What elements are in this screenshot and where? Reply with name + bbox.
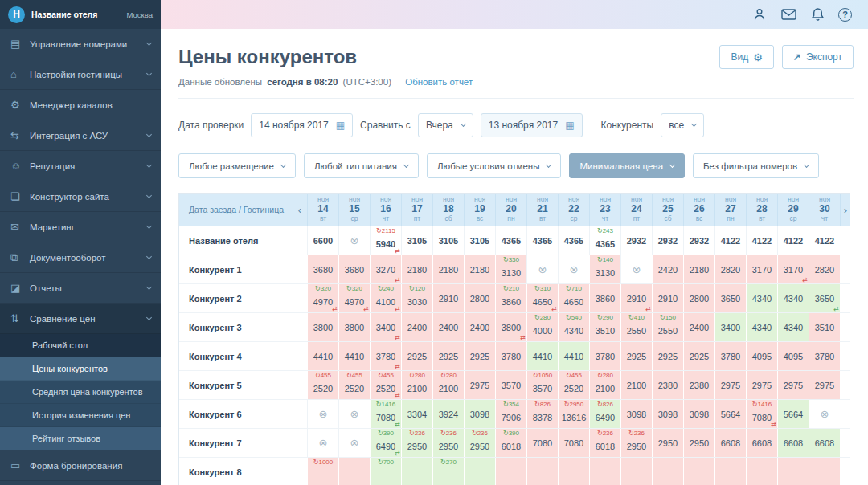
price-cell[interactable]: 4340 — [746, 313, 777, 341]
price-cell[interactable]: ⊗ — [307, 429, 338, 457]
price-cell[interactable]: 3098 — [464, 400, 495, 428]
price-cell[interactable]: 2180 — [432, 255, 464, 283]
price-cell[interactable]: 4340 — [777, 284, 809, 312]
price-cell[interactable]: 2950 — [683, 429, 714, 457]
price-cell[interactable]: ↻2802100 — [589, 371, 620, 399]
price-cell[interactable] — [809, 458, 840, 485]
price-cell[interactable] — [777, 458, 809, 485]
sidebar-item-rooms[interactable]: ▤Управление номерами — [0, 29, 161, 59]
filter-chip[interactable]: Минимальная цена — [569, 153, 685, 178]
sidebar-item-documents[interactable]: ⧉Документооборот — [0, 243, 161, 273]
price-cell[interactable]: 3510 — [809, 313, 840, 341]
price-cell[interactable] — [464, 458, 495, 485]
price-cell[interactable]: ↻10503570 — [526, 371, 558, 399]
price-cell[interactable]: 3780 — [809, 342, 840, 370]
sidebar-subitem[interactable]: Рабочий стол — [0, 334, 161, 357]
price-cell[interactable]: 3098 — [620, 400, 652, 428]
price-cell[interactable]: 6608 — [746, 429, 777, 457]
price-cell[interactable]: 3780 — [714, 342, 746, 370]
price-cell[interactable]: ⊗ — [307, 400, 338, 428]
sidebar-item-hotel-settings[interactable]: ⌂Настройки гостиницы — [0, 59, 161, 90]
price-cell[interactable]: 3780 — [589, 342, 620, 370]
price-cell[interactable]: 3098 — [683, 400, 714, 428]
price-cell[interactable] — [338, 458, 370, 485]
price-cell[interactable] — [714, 458, 746, 485]
price-cell[interactable]: 4340 — [746, 284, 777, 312]
price-cell[interactable]: 2420 — [652, 255, 683, 283]
price-cell[interactable]: ↻1203030 — [401, 284, 432, 312]
price-cell[interactable]: 3105 — [464, 226, 495, 255]
price-cell[interactable]: ↻2362950 — [464, 429, 495, 457]
price-cell[interactable]: ↻2804000 — [526, 313, 558, 341]
price-cell[interactable]: ↻2362950 — [401, 429, 432, 457]
price-cell[interactable]: ↻4552520 — [307, 371, 338, 399]
sidebar-item-site-builder[interactable]: ❏Конструктор сайта — [0, 181, 161, 212]
price-cell[interactable]: 4122 — [777, 226, 809, 255]
price-cell[interactable]: 3400 — [714, 313, 746, 341]
help-icon[interactable]: ? — [838, 8, 852, 22]
price-cell[interactable]: ↻2103860 — [495, 284, 526, 312]
scroll-right-arrow[interactable]: › — [840, 194, 850, 226]
price-cell[interactable]: ↻3906018 — [495, 429, 526, 457]
price-cell[interactable]: 2180 — [464, 255, 495, 283]
price-cell[interactable]: ↻14167080⇄ — [746, 400, 777, 428]
price-cell[interactable]: 2180 — [401, 255, 432, 283]
price-cell[interactable]: ⊗ — [809, 400, 840, 428]
price-cell[interactable]: 2925 — [652, 342, 683, 370]
price-cell[interactable]: 6600 — [307, 226, 338, 255]
price-cell[interactable]: 3800 — [307, 313, 338, 341]
export-button[interactable]: ↗ Экспорт — [782, 45, 854, 69]
price-cell[interactable]: 4095 — [777, 342, 809, 370]
price-cell[interactable]: 2400 — [432, 313, 464, 341]
price-cell[interactable]: 2925 — [683, 342, 714, 370]
price-cell[interactable]: ↻1502550 — [652, 313, 683, 341]
price-cell[interactable]: 2800 — [464, 284, 495, 312]
price-cell[interactable]: ↻3204970⇄ — [307, 284, 338, 312]
price-cell[interactable]: 2910 — [652, 284, 683, 312]
support-icon[interactable] — [751, 6, 768, 22]
price-cell[interactable]: ↻2362950 — [620, 429, 652, 457]
price-cell[interactable]: 2925 — [620, 342, 652, 370]
price-cell[interactable]: 3680 — [338, 255, 370, 283]
price-cell[interactable]: 3800 — [338, 313, 370, 341]
sidebar-subitem[interactable]: Средняя цена конкурентов — [0, 381, 161, 404]
price-cell[interactable]: 3105 — [401, 226, 432, 255]
price-cell[interactable]: 4365 — [558, 226, 589, 255]
price-cell[interactable]: ↻3303130 — [495, 255, 526, 283]
price-cell[interactable]: ⊗ — [338, 226, 370, 255]
price-cell[interactable]: 4122 — [809, 226, 840, 255]
price-cell[interactable]: ↻4552520⇄ — [370, 371, 401, 399]
sidebar-item-reports[interactable]: ◪Отчеты — [0, 273, 161, 304]
price-cell[interactable]: ↻14167080⇄ — [370, 400, 401, 428]
price-cell[interactable]: 4365 — [495, 226, 526, 255]
competitors-select[interactable]: все — [661, 113, 704, 137]
price-cell[interactable]: 3680 — [307, 255, 338, 283]
mail-icon[interactable] — [780, 6, 796, 22]
sidebar-item-pms-integration[interactable]: ⇆Интеграция с АСУ — [0, 120, 161, 151]
price-cell[interactable]: ↻5404340 — [558, 313, 589, 341]
price-cell[interactable]: 6608 — [809, 429, 840, 457]
price-cell[interactable] — [558, 458, 589, 485]
price-cell[interactable]: 3270⇄ — [370, 255, 401, 283]
check-date-input[interactable]: 14 ноября 2017 ▦ — [251, 113, 353, 137]
price-cell[interactable]: 4122 — [714, 226, 746, 255]
price-cell[interactable]: ⊗ — [526, 255, 558, 283]
price-cell[interactable]: ↻3104650⇄ — [526, 284, 558, 312]
sidebar-item-price-comparison[interactable]: ⇅Сравнение цен — [0, 304, 161, 334]
price-cell[interactable]: ⊗ — [620, 255, 652, 283]
sidebar-item-reputation[interactable]: ☺Репутация — [0, 151, 161, 181]
price-cell[interactable]: 2100 — [620, 371, 652, 399]
price-cell[interactable] — [526, 458, 558, 485]
price-cell[interactable]: ⊗ — [338, 429, 370, 457]
price-cell[interactable]: 2820 — [809, 255, 840, 283]
sidebar-item-marketing[interactable]: ✉Маркетинг — [0, 212, 161, 243]
price-cell[interactable]: 3650⇄ — [809, 284, 840, 312]
filter-chip[interactable]: Любые условия отмены — [427, 153, 562, 178]
price-cell[interactable]: 2932 — [683, 226, 714, 255]
price-cell[interactable]: 2975 — [464, 371, 495, 399]
sidebar-item-booking-form[interactable]: ▭Форма бронирования — [0, 450, 161, 481]
price-cell[interactable]: 4340 — [777, 313, 809, 341]
price-cell[interactable] — [620, 458, 652, 485]
price-cell[interactable]: ⊗ — [558, 255, 589, 283]
price-cell[interactable] — [683, 458, 714, 485]
